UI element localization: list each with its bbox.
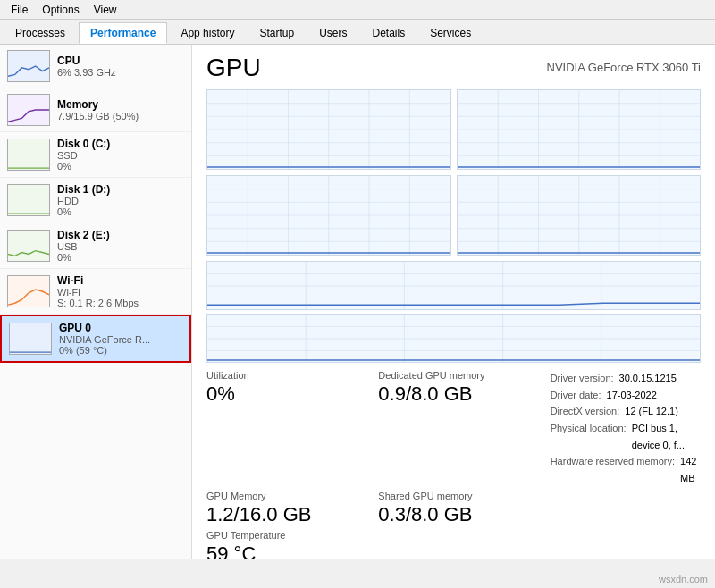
svg-rect-6 xyxy=(10,323,51,354)
driver-block: Driver version: 30.0.15.1215 Driver date… xyxy=(551,370,701,487)
menu-file[interactable]: File xyxy=(4,2,35,18)
gpu-device: NVIDIA GeForce RTX 3060 Ti xyxy=(547,54,701,74)
memory-sub: 7.9/15.9 GB (50%) xyxy=(57,111,184,122)
disk2-name: Disk 2 (E:) xyxy=(57,229,184,241)
stat-driver-info: Driver version: 30.0.15.1215 Driver date… xyxy=(551,370,701,487)
wifi-info: Wi-Fi Wi-Fi S: 0.1 R: 2.6 Mbps xyxy=(57,274,184,308)
drv-date-label: Driver date: xyxy=(551,387,601,404)
stats-row: Utilization 0% Dedicated GPU memory 0.9/… xyxy=(206,370,701,487)
memory-name: Memory xyxy=(57,98,184,111)
memory-info: Memory 7.9/15.9 GB (50%) xyxy=(57,98,184,122)
disk2-thumb xyxy=(7,230,50,262)
disk1-thumb xyxy=(7,184,50,216)
svg-rect-59 xyxy=(207,315,700,362)
tab-bar: Processes Performance App history Startu… xyxy=(0,20,715,45)
chart-dedicated-mem: Dedicated GPU memory usage 8.0 GB xyxy=(206,261,701,310)
tab-details[interactable]: Details xyxy=(360,22,416,44)
chart-decode: ✓ Video Decode 0% xyxy=(457,175,702,256)
disk2-sub2: 0% xyxy=(57,252,184,263)
menu-bar: File Options View xyxy=(0,0,715,20)
gpu-content-area: GPU NVIDIA GeForce RTX 3060 Ti ✓ 3D 0% xyxy=(192,45,715,559)
drv-dx-label: DirectX version: xyxy=(551,403,620,420)
gpu0-name: GPU 0 xyxy=(59,322,182,334)
chart-shared-mem: Shared GPU memory usage 8.0 GB xyxy=(206,314,701,363)
tab-users[interactable]: Users xyxy=(307,22,358,44)
cpu-name: CPU xyxy=(57,55,184,67)
util-label: Utilization xyxy=(206,370,357,381)
drv-loc-value: PCI bus 1, device 0, f... xyxy=(632,420,701,453)
cpu-sub: 6% 3.93 GHz xyxy=(57,67,184,78)
sidebar-item-disk2[interactable]: Disk 2 (E:) USB 0% xyxy=(0,223,191,269)
disk0-sub2: 0% xyxy=(57,161,184,172)
menu-options[interactable]: Options xyxy=(35,2,86,18)
chart-copy: ✓ Copy 0% xyxy=(457,89,702,170)
gpu-mem-label: GPU Memory xyxy=(206,491,357,501)
disk0-info: Disk 0 (C:) SSD 0% xyxy=(57,138,184,172)
svg-rect-0 xyxy=(8,51,49,81)
content-header: GPU NVIDIA GeForce RTX 3060 Ti xyxy=(206,54,701,82)
temp-value: 59 °C xyxy=(206,542,701,559)
shared-mem-stat-value: 0.3/8.0 GB xyxy=(378,503,528,526)
tab-startup[interactable]: Startup xyxy=(248,22,306,44)
util-value: 0% xyxy=(206,382,357,406)
gpu-charts-grid: ✓ 3D 0% ✓ Copy xyxy=(206,89,701,256)
disk1-sub1: HDD xyxy=(57,196,184,206)
svg-rect-3 xyxy=(8,185,49,215)
disk0-thumb xyxy=(7,139,50,171)
drv-hw-label: Hardware reserved memory: xyxy=(551,453,675,486)
stat-dedicated-mem: Dedicated GPU memory 0.9/8.0 GB xyxy=(378,370,528,487)
drv-hw-value: 142 MB xyxy=(680,453,701,486)
gpu-mem-value: 1.2/16.0 GB xyxy=(206,503,357,526)
drv-ver-label: Driver version: xyxy=(551,370,614,387)
sidebar-item-wifi[interactable]: Wi-Fi Wi-Fi S: 0.1 R: 2.6 Mbps xyxy=(0,269,191,315)
sidebar-item-gpu0[interactable]: GPU 0 NVIDIA GeForce R... 0% (59 °C) xyxy=(0,315,191,363)
gpu0-sub2: 0% (59 °C) xyxy=(59,345,182,356)
disk1-info: Disk 1 (D:) HDD 0% xyxy=(57,183,184,217)
menu-view[interactable]: View xyxy=(87,2,124,18)
chart-3d: ✓ 3D 0% xyxy=(206,89,451,170)
stat-spacer xyxy=(551,491,701,526)
sidebar-item-disk1[interactable]: Disk 1 (D:) HDD 0% xyxy=(0,178,191,223)
disk1-name: Disk 1 (D:) xyxy=(57,183,184,196)
memory-thumb xyxy=(7,94,50,126)
stat-utilization: Utilization 0% xyxy=(206,370,357,487)
wifi-sub1: Wi-Fi xyxy=(57,287,184,298)
gpu0-sub1: NVIDIA GeForce R... xyxy=(59,334,182,345)
wifi-name: Wi-Fi xyxy=(57,274,184,287)
ded-mem-value: 0.9/8.0 GB xyxy=(378,382,528,406)
svg-rect-2 xyxy=(8,139,49,170)
drv-date-value: 17-03-2022 xyxy=(607,387,657,404)
sidebar: CPU 6% 3.93 GHz Memory 7.9/15.9 GB (50%) xyxy=(0,45,192,559)
tab-processes[interactable]: Processes xyxy=(4,22,77,44)
chart-encode: ✓ Video Encode 0% xyxy=(206,175,451,256)
stat-shared-mem: Shared GPU memory 0.3/8.0 GB xyxy=(378,491,528,526)
gpu-title: GPU xyxy=(206,54,261,82)
drv-ver-value: 30.0.15.1215 xyxy=(619,370,677,387)
disk0-sub1: SSD xyxy=(57,150,184,161)
disk2-sub1: USB xyxy=(57,241,184,252)
tab-performance[interactable]: Performance xyxy=(79,22,167,44)
tab-services[interactable]: Services xyxy=(418,22,483,44)
tab-app-history[interactable]: App history xyxy=(169,22,246,44)
disk1-sub2: 0% xyxy=(57,206,184,217)
svg-rect-51 xyxy=(207,262,700,309)
sidebar-item-memory[interactable]: Memory 7.9/15.9 GB (50%) xyxy=(0,88,191,132)
gpu0-thumb xyxy=(9,323,52,355)
sidebar-item-cpu[interactable]: CPU 6% 3.93 GHz xyxy=(0,45,191,88)
cpu-thumb xyxy=(7,50,50,82)
drv-dx-value: 12 (FL 12.1) xyxy=(625,403,678,420)
disk0-name: Disk 0 (C:) xyxy=(57,138,184,150)
temp-label: GPU Temperature xyxy=(206,530,701,541)
stat-temp: GPU Temperature 59 °C xyxy=(206,530,701,559)
shared-mem-stat-label: Shared GPU memory xyxy=(378,491,528,501)
sidebar-item-disk0[interactable]: Disk 0 (C:) SSD 0% xyxy=(0,132,191,178)
stat-gpu-mem: GPU Memory 1.2/16.0 GB xyxy=(206,491,357,526)
main-area: CPU 6% 3.93 GHz Memory 7.9/15.9 GB (50%) xyxy=(0,45,715,559)
disk2-info: Disk 2 (E:) USB 0% xyxy=(57,229,184,263)
ded-mem-label: Dedicated GPU memory xyxy=(378,370,528,381)
stats-row-3: GPU Temperature 59 °C xyxy=(206,530,701,559)
watermark: wsxdn.com xyxy=(659,574,708,584)
wifi-sub2: S: 0.1 R: 2.6 Mbps xyxy=(57,298,184,308)
wifi-thumb xyxy=(7,275,50,307)
svg-rect-4 xyxy=(8,231,49,261)
